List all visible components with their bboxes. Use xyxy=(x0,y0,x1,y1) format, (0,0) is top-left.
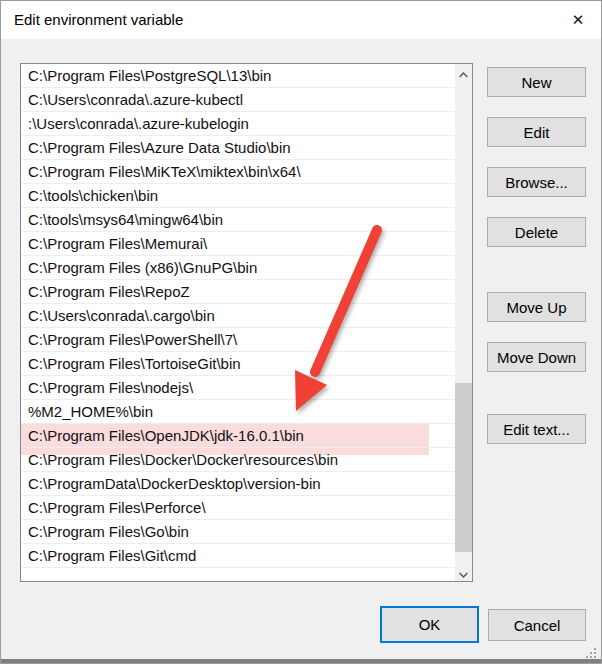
list-item[interactable]: C:\Program Files\Perforce\ xyxy=(21,496,455,520)
move-up-button[interactable]: Move Up xyxy=(487,292,586,322)
edit-environment-variable-dialog: Edit environment variable ✕ C:\Program F… xyxy=(0,0,602,664)
path-list-rows: C:\Program Files\PostgreSQL\13\binC:\Use… xyxy=(21,64,455,581)
list-item[interactable]: C:\Program Files\PostgreSQL\13\bin xyxy=(21,64,455,88)
chevron-down-icon xyxy=(459,564,468,582)
move-down-button[interactable]: Move Down xyxy=(487,342,586,372)
list-item[interactable]: C:\Program Files\MiKTeX\miktex\bin\x64\ xyxy=(21,160,455,184)
list-item[interactable]: C:\Program Files\nodejs\ xyxy=(21,376,455,400)
window-bottom-edge xyxy=(1,659,601,663)
list-item[interactable]: %M2_HOME%\bin xyxy=(21,400,455,424)
close-icon: ✕ xyxy=(572,11,585,29)
scrollbar-up-button[interactable] xyxy=(455,64,472,81)
list-item[interactable]: C:\Program Files (x86)\GnuPG\bin xyxy=(21,256,455,280)
list-item[interactable]: C:\Program Files\Memurai\ xyxy=(21,232,455,256)
chevron-up-icon xyxy=(459,64,468,82)
list-item[interactable]: C:\Program Files\Git\cmd xyxy=(21,544,455,568)
list-item[interactable]: C:\Program Files\Azure Data Studio\bin xyxy=(21,136,455,160)
list-item[interactable]: C:\Users\conrada\.cargo\bin xyxy=(21,304,455,328)
resize-grip-icon[interactable] xyxy=(585,645,597,657)
list-item[interactable]: C:\Users\conrada\.azure-kubectl xyxy=(21,88,455,112)
scrollbar-thumb[interactable] xyxy=(455,383,472,552)
title-bar: Edit environment variable ✕ xyxy=(1,1,601,39)
path-list: C:\Program Files\PostgreSQL\13\binC:\Use… xyxy=(20,63,473,582)
browse-button[interactable]: Browse... xyxy=(487,167,586,197)
list-item[interactable]: :\Users\conrada\.azure-kubelogin xyxy=(21,112,455,136)
new-button[interactable]: New xyxy=(487,67,586,97)
close-button[interactable]: ✕ xyxy=(563,5,593,35)
ok-button[interactable]: OK xyxy=(380,606,479,643)
list-item[interactable]: C:\Program Files\Docker\Docker\resources… xyxy=(21,448,455,472)
list-item[interactable]: C:\ProgramData\DockerDesktop\version-bin xyxy=(21,472,455,496)
list-item[interactable]: C:\Program Files\RepoZ xyxy=(21,280,455,304)
vertical-scrollbar[interactable] xyxy=(455,64,472,581)
cancel-button[interactable]: Cancel xyxy=(488,609,586,641)
list-item[interactable]: C:\Program Files\Go\bin xyxy=(21,520,455,544)
list-item[interactable]: C:\tools\chicken\bin xyxy=(21,184,455,208)
edit-button[interactable]: Edit xyxy=(487,117,586,147)
window-title: Edit environment variable xyxy=(14,1,183,39)
delete-button[interactable]: Delete xyxy=(487,217,586,247)
edit-text-button[interactable]: Edit text... xyxy=(487,414,586,444)
scrollbar-down-button[interactable] xyxy=(455,564,472,581)
list-item-highlighted[interactable]: C:\Program Files\OpenJDK\jdk-16.0.1\bin xyxy=(21,424,455,448)
list-item[interactable]: C:\tools\msys64\mingw64\bin xyxy=(21,208,455,232)
list-item[interactable]: C:\Program Files\PowerShell\7\ xyxy=(21,328,455,352)
list-item[interactable]: C:\Program Files\TortoiseGit\bin xyxy=(21,352,455,376)
